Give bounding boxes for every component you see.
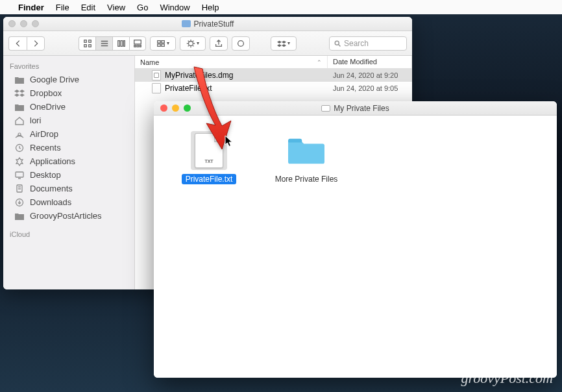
- folder-icon: [14, 103, 25, 112]
- svg-rect-15: [162, 40, 164, 43]
- date-column-header[interactable]: Date Modified: [328, 56, 412, 68]
- svg-point-18: [189, 41, 193, 45]
- finder-window-myprivatefiles: My Private Files PrivateFile.txt More Pr…: [154, 101, 557, 378]
- dmg-icon: [152, 70, 161, 80]
- search-field[interactable]: Search: [329, 36, 407, 51]
- window-title: My Private Files: [334, 104, 389, 113]
- column-headers: Name⌃ Date Modified: [135, 56, 412, 69]
- sidebar: Favorites Google Drive Dropbox OneDrive …: [3, 56, 135, 289]
- share-button[interactable]: [210, 36, 228, 51]
- menu-window[interactable]: Window: [160, 3, 189, 12]
- svg-line-21: [339, 44, 341, 46]
- clock-icon: [14, 143, 25, 153]
- group-button[interactable]: ▾: [150, 36, 176, 51]
- airdrop-icon: [14, 130, 25, 139]
- sidebar-item-applications[interactable]: Applications: [3, 154, 134, 168]
- svg-rect-12: [137, 45, 139, 47]
- gallery-view-button[interactable]: [129, 36, 146, 51]
- menu-go[interactable]: Go: [137, 3, 148, 12]
- desktop-icon: [14, 171, 25, 180]
- window-title: PrivateStuff: [194, 19, 234, 29]
- folder-icon: [288, 136, 324, 165]
- minimize-button[interactable]: [172, 104, 179, 112]
- folder-icon: [14, 212, 25, 221]
- folder-label: More Private Files: [271, 174, 342, 184]
- menu-file[interactable]: File: [56, 3, 69, 12]
- folder-more-private-files[interactable]: More Private Files: [271, 131, 342, 184]
- list-view-button[interactable]: [95, 36, 112, 51]
- svg-rect-8: [121, 40, 123, 46]
- svg-rect-3: [88, 44, 91, 47]
- sidebar-item-downloads[interactable]: Downloads: [3, 195, 134, 209]
- svg-rect-2: [84, 44, 86, 47]
- back-button[interactable]: [8, 36, 27, 51]
- menu-view[interactable]: View: [107, 3, 125, 12]
- docs-icon: [14, 184, 25, 193]
- sidebar-item-documents[interactable]: Documents: [3, 182, 134, 195]
- svg-rect-24: [16, 172, 23, 177]
- sidebar-item-dropbox[interactable]: Dropbox: [3, 86, 134, 100]
- svg-rect-10: [134, 40, 141, 43]
- search-placeholder: Search: [344, 39, 369, 48]
- svg-rect-11: [134, 45, 136, 47]
- menubar: Finder File Edit View Go Window Help: [0, 0, 562, 14]
- icon-view-button[interactable]: [79, 36, 95, 51]
- folder-icon: [14, 75, 25, 84]
- traffic-lights[interactable]: [8, 20, 39, 27]
- search-icon: [334, 40, 341, 47]
- svg-point-19: [238, 40, 244, 46]
- svg-point-20: [335, 41, 339, 45]
- menu-edit[interactable]: Edit: [81, 3, 95, 12]
- watermark: groovyPost.com: [461, 370, 553, 387]
- file-label: PrivateFile.txt: [182, 174, 237, 184]
- txt-icon: [152, 83, 161, 93]
- forward-button[interactable]: [27, 36, 45, 51]
- apps-icon: [14, 157, 25, 166]
- column-view-button[interactable]: [112, 36, 129, 51]
- svg-rect-1: [88, 40, 91, 42]
- toolbar: ▾ ▾ ▾ Search: [3, 31, 412, 56]
- app-name[interactable]: Finder: [18, 3, 44, 12]
- sidebar-item-google-drive[interactable]: Google Drive: [3, 73, 134, 86]
- svg-rect-17: [162, 43, 164, 46]
- home-icon: [14, 116, 25, 125]
- svg-rect-13: [140, 45, 141, 47]
- sidebar-item-home[interactable]: lori: [3, 114, 134, 127]
- nav-buttons: [8, 36, 45, 51]
- titlebar[interactable]: My Private Files: [154, 101, 557, 116]
- tags-button[interactable]: [232, 36, 250, 51]
- close-button[interactable]: [160, 104, 167, 112]
- file-row[interactable]: PrivateFile.txt Jun 24, 2020 at 9:05: [135, 82, 412, 95]
- svg-rect-0: [84, 40, 86, 42]
- action-button[interactable]: ▾: [180, 36, 206, 51]
- sidebar-item-airdrop[interactable]: AirDrop: [3, 127, 134, 141]
- svg-rect-9: [123, 40, 125, 46]
- traffic-lights[interactable]: [160, 104, 191, 112]
- txt-file-icon: [195, 133, 223, 168]
- name-column-header[interactable]: Name⌃: [135, 56, 328, 68]
- icon-view[interactable]: PrivateFile.txt More Private Files: [154, 116, 557, 378]
- sidebar-item-onedrive[interactable]: OneDrive: [3, 100, 134, 114]
- disk-icon: [321, 105, 330, 112]
- favorites-heading: Favorites: [3, 60, 134, 73]
- file-privatefile-txt[interactable]: PrivateFile.txt: [173, 131, 245, 184]
- dropbox-icon: [14, 89, 25, 98]
- sidebar-item-recents[interactable]: Recents: [3, 141, 134, 154]
- icloud-heading: iCloud: [3, 228, 134, 241]
- dropbox-button[interactable]: ▾: [271, 36, 297, 51]
- titlebar[interactable]: PrivateStuff: [3, 17, 412, 31]
- menu-help[interactable]: Help: [202, 3, 219, 12]
- file-row[interactable]: MyPrivateFiles.dmg Jun 24, 2020 at 9:20: [135, 69, 412, 82]
- svg-rect-7: [117, 40, 119, 46]
- download-icon: [14, 198, 25, 207]
- folder-icon: [182, 20, 191, 27]
- svg-rect-14: [158, 40, 160, 43]
- view-mode-buttons: [79, 36, 146, 51]
- sidebar-item-groovypost[interactable]: GroovyPostArticles: [3, 209, 134, 223]
- svg-rect-16: [158, 43, 160, 46]
- sidebar-item-desktop[interactable]: Desktop: [3, 168, 134, 182]
- zoom-button[interactable]: [184, 104, 191, 112]
